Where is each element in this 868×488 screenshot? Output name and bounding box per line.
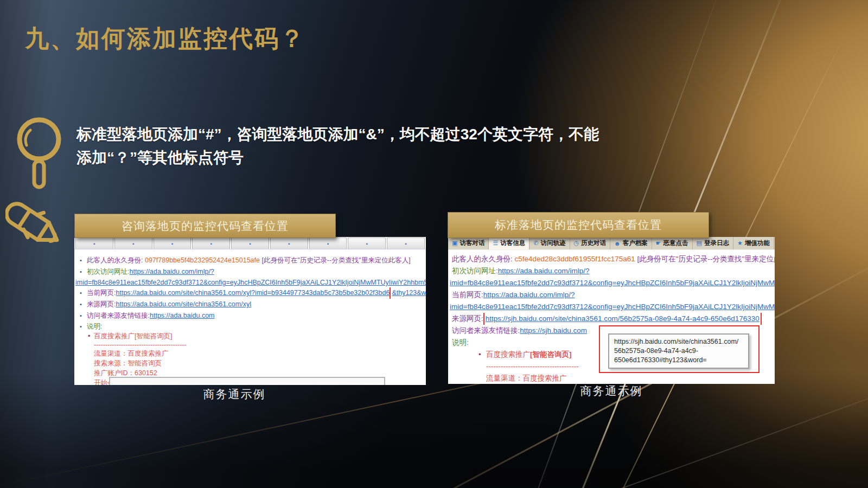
source-page-line: 来源网页:https://sjh.baidu.com/site/china356…	[448, 313, 775, 325]
tab[interactable]: ▪	[387, 237, 425, 249]
slide: 九、如何添加监控代码？ 标准型落地页添加“#”，咨询型落地页添加“&”，均不超过…	[0, 0, 868, 488]
referrer-label: 访问者来源友情链接:	[452, 326, 520, 335]
source-page-url[interactable]: https://ada.baidu.com/site/china3561.com…	[116, 300, 251, 308]
tab-malicious-click[interactable]: ☛恶意点击	[652, 237, 693, 249]
pencil-icon	[5, 200, 68, 256]
current-page-url[interactable]: https://ada.baidu.com/imlp/?	[483, 291, 575, 299]
tab-visitor-chat[interactable]: ▣访客对话	[448, 237, 489, 249]
person-icon: ☻	[614, 240, 621, 247]
left-screenshot-body: 此客人的永久身份: 097f789bbe5f4b232952424e15015a…	[74, 249, 426, 385]
visitor-id-note: [此身份可在"历史记录--分类查找"里来定位此客人]	[637, 255, 775, 263]
promo-text: 百度搜索推广	[486, 350, 530, 358]
list-icon: ☰	[493, 240, 498, 247]
right-banner: 标准落地页的监控代码查看位置	[448, 212, 709, 238]
referrer-label: 访问者来源友情链接:	[87, 312, 150, 319]
visitor-id-value: c5fe4ded28c3ddbf61955f1fcc175a61	[515, 255, 637, 263]
lead-line-1: 标准型落地页添加“#”，咨询型落地页添加“&”，均不超过32个英文字符，不能	[76, 123, 711, 146]
tab-vip-service[interactable]: ♕VIP客服	[774, 237, 775, 249]
traffic-channel-line: 流量渠道：百度搜索推广	[74, 349, 426, 358]
note-header-line: 说明:	[74, 322, 426, 331]
right-tab-bar: ▣访客对话 ☰访客信息 ✆访问轨迹 ◷历史对话 ☻客户档案 ☛恶意点击 ▤登录日…	[448, 237, 775, 250]
tab-customer-file[interactable]: ☻客户档案	[610, 237, 652, 249]
current-page-line: 当前网页:https://ada.baidu.com/imlp/?	[448, 289, 775, 301]
left-banner: 咨询落地页的监控代码查看位置	[74, 214, 336, 238]
source-page-line: 来源网页:https://ada.baidu.com/site/china356…	[74, 299, 426, 310]
url-wrap-line-2: imid=fb84c8e911eac15fbfe2dd7c93df3712&co…	[448, 301, 775, 313]
config-url[interactable]: imid=fb84c8e911eac15fbfe2dd7c93df3712&co…	[75, 279, 426, 286]
source-page-label: 来源网页:	[87, 300, 116, 308]
grid-icon: ▤	[697, 240, 702, 247]
clock-icon: ◷	[574, 240, 579, 247]
config-url-2[interactable]: imid=fb84c8e911eac15fbfe2dd7c93df3712&co…	[450, 303, 775, 311]
tab-value-added[interactable]: ★增值功能	[733, 237, 774, 249]
traffic-channel-line: 流量渠道：百度搜索推广	[448, 373, 775, 384]
referrer-line: 访问者来源友情链接:https://ada.baidu.com	[74, 310, 426, 322]
promo-text-bold: [智能咨询页]	[530, 350, 572, 358]
visitor-id-note: [此身份可在"历史记录--分类查找"里来定位此客人]	[261, 256, 410, 264]
tab-login-log[interactable]: ▤登录日志	[693, 237, 733, 249]
left-screenshot: ▪ ▪ ▪ ▪ ▪ ▪ ▪ ▪ ▪ 此客人的永久身份: 097f789bbe5f…	[74, 237, 426, 385]
tab[interactable]: ▪	[270, 237, 308, 249]
current-page-label: 当前网页:	[452, 291, 483, 299]
first-visit-url[interactable]: https://ada.baidu.com/imlp/?	[498, 267, 590, 275]
dashed-separator: ----------------------------------------…	[74, 341, 426, 349]
visitor-id-label: 此客人的永久身份:	[87, 256, 145, 264]
note-header: 说明:	[452, 338, 469, 346]
tab-visit-track[interactable]: ✆访问轨迹	[529, 237, 570, 249]
tab[interactable]: ▪	[192, 237, 230, 249]
source-page-url-highlight[interactable]: https://sjh.baidu.com/site/china3561.com…	[483, 313, 762, 325]
first-visit-line: 初次访问网址:https://ada.baidu.com/imlp/?	[74, 266, 426, 278]
tab-visitor-info[interactable]: ☰访客信息	[489, 237, 529, 249]
url-tooltip: https://sjh.baidu.com/site/china3561.com…	[608, 333, 749, 369]
lead-text: 标准型落地页添加“#”，咨询型落地页添加“&”，均不超过32个英文字符，不能 添…	[76, 123, 711, 170]
visitor-id-label: 此客人的永久身份:	[452, 255, 515, 263]
url-wrap-line: imid=fb84c8e911eac15fbfe2dd7c93df3712&co…	[74, 278, 426, 287]
note-header: 说明:	[87, 323, 102, 330]
right-screenshot: ▣访客对话 ☰访客信息 ✆访问轨迹 ◷历史对话 ☻客户档案 ☛恶意点击 ▤登录日…	[448, 237, 775, 384]
source-page-label: 来源网页:	[452, 314, 483, 323]
phone-icon: ✆	[533, 240, 538, 247]
tab[interactable]: ▪	[231, 237, 269, 249]
promo-text: 百度搜索推广[智能咨询页]	[94, 332, 172, 340]
referrer-url[interactable]: https://sjh.baidu.com	[520, 326, 587, 335]
first-visit-label: 初次访问网址:	[87, 268, 129, 275]
tab-history-chat[interactable]: ◷历史对话	[570, 237, 611, 249]
search-source-line: 搜索来源：智能咨询页	[74, 358, 426, 368]
first-visit-url[interactable]: https://ada.baidu.com/imlp/?	[129, 268, 214, 275]
left-tab-strip: ▪ ▪ ▪ ▪ ▪ ▪ ▪ ▪ ▪	[74, 237, 426, 249]
visitor-id-line: 此客人的永久身份: c5fe4ded28c3ddbf61955f1fcc175a…	[448, 253, 775, 265]
current-page-label: 当前网页:	[87, 289, 116, 297]
chat-icon: ▣	[452, 240, 457, 247]
tab[interactable]: ▪	[114, 237, 152, 249]
tab[interactable]: ▪	[348, 237, 386, 249]
tab[interactable]: ▪	[154, 237, 192, 249]
config-url[interactable]: imid=fb84c8e911eac15fbfe2dd7c93df3712&co…	[450, 279, 775, 287]
right-caption: 商务通示例	[448, 383, 775, 399]
visitor-id-line: 此客人的永久身份: 097f789bbe5f4b232952424e15015a…	[74, 255, 426, 266]
tooltip-line-2: 56b2575a-08e9-4a74-a4c9-	[614, 346, 743, 356]
current-page-url[interactable]: https://ada.baidu.com/site/china3561.com…	[116, 289, 390, 297]
tab[interactable]: ▪	[309, 237, 347, 249]
tooltip-line-3: 650e6d176330#thy123&word=	[614, 356, 743, 365]
star-icon: ★	[737, 240, 743, 247]
left-caption: 商务通示例	[58, 387, 411, 402]
lead-line-2: 添加“？”等其他标点符号	[76, 146, 711, 169]
current-page-line: 当前网页:https://ada.baidu.com/site/china356…	[74, 287, 426, 299]
tab[interactable]: ▪	[75, 237, 113, 249]
referrer-url[interactable]: https://ada.baidu.com	[150, 312, 215, 319]
first-visit-line: 初次访问网址:https://ada.baidu.com/imlp/?	[448, 265, 775, 277]
page-title: 九、如何添加监控代码？	[25, 23, 305, 55]
first-visit-label: 初次访问网址:	[452, 267, 498, 275]
tracking-code-highlight[interactable]: &thy123&w	[390, 287, 426, 299]
visitor-id-value: 097f789bbe5f4b232952424e15015afe	[145, 256, 262, 264]
tooltip-line-1: https://sjh.baidu.com/site/china3561.com…	[614, 337, 743, 346]
url-wrap-line: imid=fb84c8e911eac15fbfe2dd7c93df3712&co…	[448, 277, 775, 289]
magnifier-icon	[14, 114, 64, 190]
pointer-icon: ☛	[656, 240, 661, 247]
partial-box	[109, 377, 385, 385]
promo-line: 百度搜索推广[智能咨询页]	[74, 331, 426, 341]
